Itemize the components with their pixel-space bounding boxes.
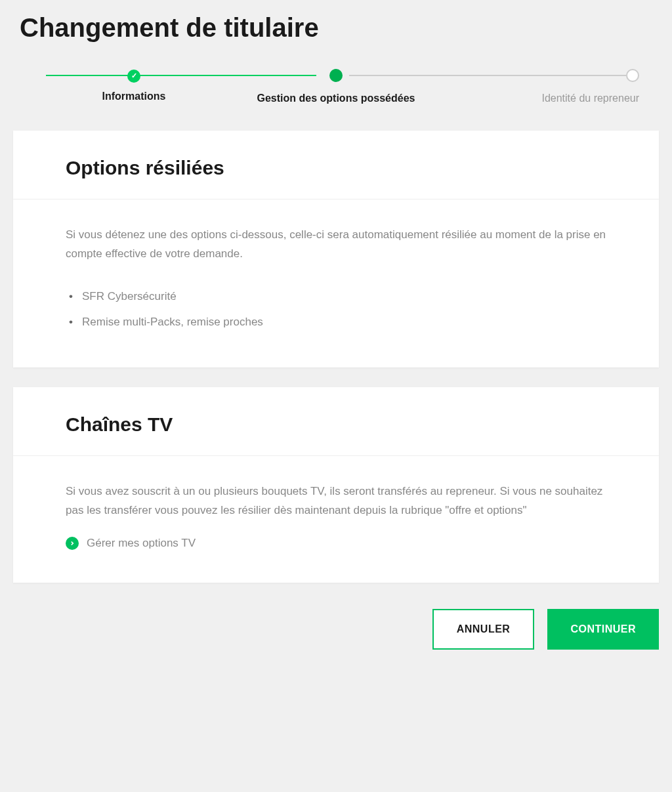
page-title: Changement de titulaire	[20, 13, 659, 43]
step-label: Gestion des options possédées	[235, 93, 437, 104]
continue-button[interactable]: CONTINUER	[547, 609, 659, 650]
chevron-right-icon	[66, 537, 79, 550]
card-chaines-tv: Chaînes TV Si vous avez souscrit à un ou…	[13, 387, 659, 583]
step-label: Informations	[33, 91, 235, 102]
card-header: Chaînes TV	[13, 387, 659, 456]
card-title: Options résiliées	[66, 157, 606, 179]
option-list: SFR Cybersécurité Remise multi-Packs, re…	[66, 283, 606, 335]
list-item: Remise multi-Packs, remise proches	[66, 309, 606, 335]
card-title: Chaînes TV	[66, 413, 606, 436]
link-label: Gérer mes options TV	[87, 537, 196, 550]
step-informations[interactable]: Informations	[33, 69, 235, 102]
card-description: Si vous avez souscrit à un ou plusieurs …	[66, 482, 606, 520]
card-body: Si vous détenez une des options ci-desso…	[13, 199, 659, 367]
card-header: Options résiliées	[13, 131, 659, 199]
card-options-resiliees: Options résiliées Si vous détenez une de…	[13, 131, 659, 367]
actions-row: ANNULER CONTINUER	[13, 602, 659, 669]
step-label: Identité du repreneur	[437, 93, 639, 104]
step-dot-inactive-icon	[626, 69, 639, 82]
step-dot-active-icon	[329, 69, 343, 82]
stepper-line-completed	[46, 75, 316, 76]
card-description: Si vous détenez une des options ci-desso…	[66, 226, 606, 264]
check-icon	[127, 70, 140, 83]
card-body: Si vous avez souscrit à un ou plusieurs …	[13, 456, 659, 583]
stepper-line-pending	[349, 75, 626, 76]
stepper: Informations Gestion des options possédé…	[13, 69, 659, 104]
cancel-button[interactable]: ANNULER	[432, 609, 535, 650]
list-item: SFR Cybersécurité	[66, 283, 606, 309]
manage-tv-options-link[interactable]: Gérer mes options TV	[66, 537, 606, 550]
